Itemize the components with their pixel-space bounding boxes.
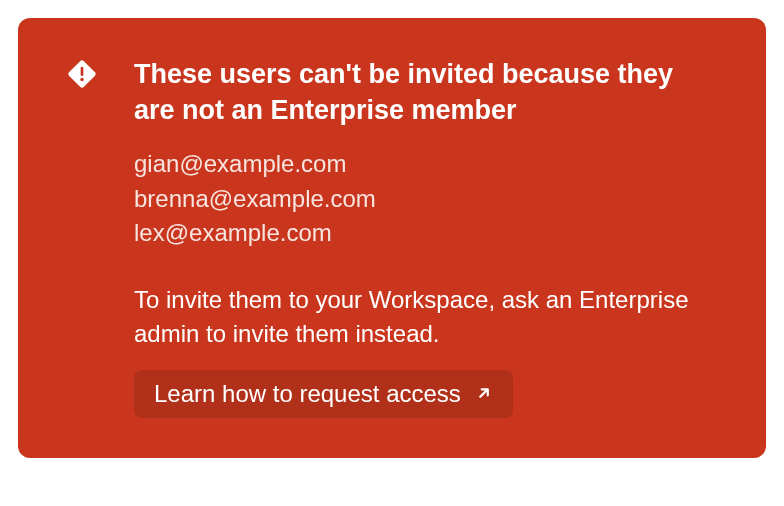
- learn-more-button[interactable]: Learn how to request access: [134, 370, 513, 418]
- svg-point-2: [80, 78, 83, 81]
- alert-description: To invite them to your Workspace, ask an…: [134, 283, 718, 350]
- alert-title: These users can't be invited because the…: [134, 56, 718, 129]
- list-item: gian@example.com: [134, 147, 718, 182]
- alert-icon-container: [66, 56, 98, 418]
- blocked-users-list: gian@example.com brenna@example.com lex@…: [134, 147, 718, 251]
- alert-icon: [66, 58, 98, 90]
- learn-more-label: Learn how to request access: [154, 380, 461, 408]
- alert-content: These users can't be invited because the…: [134, 56, 718, 418]
- list-item: lex@example.com: [134, 216, 718, 251]
- error-alert: These users can't be invited because the…: [18, 18, 766, 458]
- svg-rect-1: [81, 67, 84, 76]
- external-link-icon: [475, 380, 493, 408]
- list-item: brenna@example.com: [134, 182, 718, 217]
